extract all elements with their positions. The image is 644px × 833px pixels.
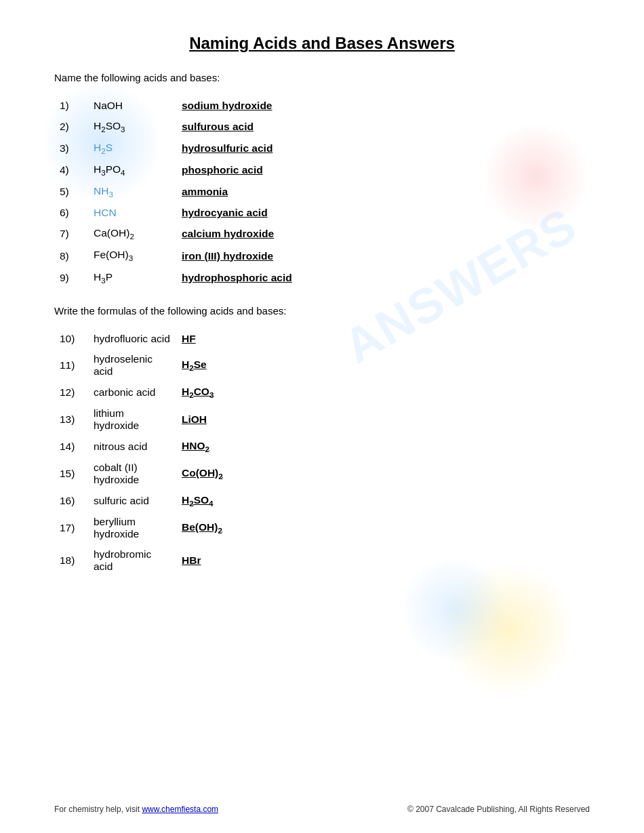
footer-right: © 2007 Cavalcade Publishing, All Rights … xyxy=(407,805,590,814)
answer: HBr xyxy=(176,544,590,577)
formula: H2SO3 xyxy=(88,116,176,138)
section1-label: Name the following acids and bases: xyxy=(54,72,590,83)
formula: H2S xyxy=(88,138,176,159)
answer: H2Se xyxy=(176,349,590,382)
item-number: 17) xyxy=(54,512,88,544)
table-row: 10) hydrofluoric acid HF xyxy=(54,329,590,349)
formula: Fe(OH)3 xyxy=(88,245,176,266)
item-number: 8) xyxy=(54,245,88,266)
table-row: 18) hydrobromic acid HBr xyxy=(54,544,590,577)
answer: sodium hydroxide xyxy=(176,96,590,116)
item-number: 1) xyxy=(54,96,88,116)
item-number: 3) xyxy=(54,138,88,159)
part2-table: 10) hydrofluoric acid HF 11) hydroseleni… xyxy=(54,329,590,577)
section2-label: Write the formulas of the following acid… xyxy=(54,305,590,317)
formula: HCN xyxy=(88,203,176,223)
answer: H2SO4 xyxy=(176,490,590,512)
item-number: 4) xyxy=(54,159,88,181)
answer: Co(OH)2 xyxy=(176,458,590,490)
acid-name: nitrous acid xyxy=(88,436,176,458)
table-row: 4) H3PO4 phosphoric acid xyxy=(54,159,590,181)
acid-name: cobalt (II) hydroxide xyxy=(88,458,176,490)
footer-left-text: For chemistry help, visit xyxy=(54,805,142,814)
answer: hydrophosphoric acid xyxy=(176,267,590,289)
answer: hydrosulfuric acid xyxy=(176,138,590,159)
item-number: 9) xyxy=(54,267,88,289)
table-row: 14) nitrous acid HNO2 xyxy=(54,436,590,458)
table-row: 17) beryllium hydroxide Be(OH)2 xyxy=(54,512,590,544)
item-number: 12) xyxy=(54,382,88,403)
formula: H3PO4 xyxy=(88,159,176,181)
table-row: 9) H3P hydrophosphoric acid xyxy=(54,267,590,289)
part1-table: 1) NaOH sodium hydroxide 2) H2SO3 sulfur… xyxy=(54,96,590,289)
page-title: Naming Acids and Bases Answers xyxy=(54,34,590,53)
answer: ammonia xyxy=(176,181,590,203)
answer: phosphoric acid xyxy=(176,159,590,181)
answer: calcium hydroxide xyxy=(176,223,590,245)
table-row: 11) hydroselenic acid H2Se xyxy=(54,349,590,382)
item-number: 7) xyxy=(54,223,88,245)
item-number: 18) xyxy=(54,544,88,577)
item-number: 14) xyxy=(54,436,88,458)
item-number: 2) xyxy=(54,116,88,138)
table-row: 7) Ca(OH)2 calcium hydroxide xyxy=(54,223,590,245)
table-row: 12) carbonic acid H2CO3 xyxy=(54,382,590,403)
acid-name: lithium hydroxide xyxy=(88,403,176,436)
footer: For chemistry help, visit www.chemfiesta… xyxy=(0,805,644,814)
answer: H2CO3 xyxy=(176,382,590,403)
acid-name: hydrofluoric acid xyxy=(88,329,176,349)
acid-name: hydroselenic acid xyxy=(88,349,176,382)
item-number: 10) xyxy=(54,329,88,349)
table-row: 6) HCN hydrocyanic acid xyxy=(54,203,590,223)
acid-name: hydrobromic acid xyxy=(88,544,176,577)
item-number: 11) xyxy=(54,349,88,382)
chemfiesta-link[interactable]: www.chemfiesta.com xyxy=(142,805,218,814)
answer: sulfurous acid xyxy=(176,116,590,138)
answer: LiOH xyxy=(176,403,590,436)
answer: iron (III) hydroxide xyxy=(176,245,590,266)
acid-name: sulfuric acid xyxy=(88,490,176,512)
acid-name: carbonic acid xyxy=(88,382,176,403)
item-number: 16) xyxy=(54,490,88,512)
table-row: 5) NH3 ammonia xyxy=(54,181,590,203)
table-row: 16) sulfuric acid H2SO4 xyxy=(54,490,590,512)
item-number: 6) xyxy=(54,203,88,223)
answer: HNO2 xyxy=(176,436,590,458)
formula: NaOH xyxy=(88,96,176,116)
formula: Ca(OH)2 xyxy=(88,223,176,245)
answer: HF xyxy=(176,329,590,349)
item-number: 13) xyxy=(54,403,88,436)
table-row: 2) H2SO3 sulfurous acid xyxy=(54,116,590,138)
formula: NH3 xyxy=(88,181,176,203)
footer-left: For chemistry help, visit www.chemfiesta… xyxy=(54,805,218,814)
table-row: 8) Fe(OH)3 iron (III) hydroxide xyxy=(54,245,590,266)
item-number: 15) xyxy=(54,458,88,490)
acid-name: beryllium hydroxide xyxy=(88,512,176,544)
table-row: 15) cobalt (II) hydroxide Co(OH)2 xyxy=(54,458,590,490)
answer: Be(OH)2 xyxy=(176,512,590,544)
item-number: 5) xyxy=(54,181,88,203)
table-row: 1) NaOH sodium hydroxide xyxy=(54,96,590,116)
table-row: 3) H2S hydrosulfuric acid xyxy=(54,138,590,159)
table-row: 13) lithium hydroxide LiOH xyxy=(54,403,590,436)
formula: H3P xyxy=(88,267,176,289)
answer: hydrocyanic acid xyxy=(176,203,590,223)
